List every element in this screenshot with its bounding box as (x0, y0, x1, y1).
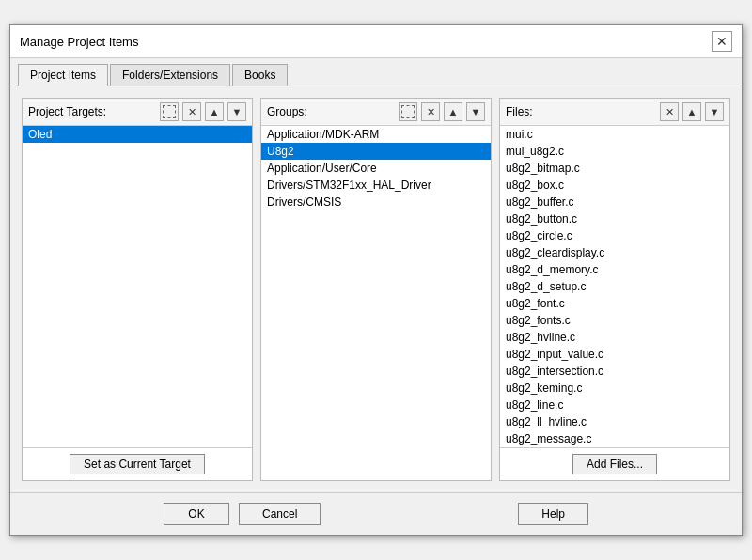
list-item[interactable]: u8g2_intersection.c (500, 363, 729, 380)
groups-label: Groups: (267, 105, 395, 118)
list-item[interactable]: u8g2_d_setup.c (500, 278, 729, 295)
groups-list[interactable]: Application/MDK-ARM U8g2 Application/Use… (261, 126, 491, 447)
list-item[interactable]: Application/MDK-ARM (261, 126, 491, 143)
cancel-button[interactable]: Cancel (239, 503, 321, 525)
project-targets-panel: Project Targets: ✕ ▲ ▼ Oled Set as Curre… (22, 98, 253, 481)
groups-delete-button[interactable]: ✕ (421, 102, 440, 121)
panels-container: Project Targets: ✕ ▲ ▼ Oled Set as Curre… (22, 98, 730, 481)
list-item[interactable]: Oled (23, 126, 252, 143)
list-item[interactable]: u8g2_circle.c (500, 227, 729, 244)
list-item[interactable]: u8g2_hvline.c (500, 329, 729, 346)
targets-header: Project Targets: ✕ ▲ ▼ (23, 99, 252, 126)
list-item[interactable]: u8g2_fonts.c (500, 312, 729, 329)
list-item[interactable]: u8g2_line.c (500, 397, 729, 413)
files-delete-button[interactable]: ✕ (660, 102, 679, 121)
files-list[interactable]: mui.c mui_u8g2.c u8g2_bitmap.c u8g2_box.… (500, 126, 729, 447)
list-item[interactable]: Application/User/Core (261, 160, 491, 177)
targets-new-button[interactable] (160, 102, 179, 121)
files-up-button[interactable]: ▲ (682, 102, 701, 121)
list-item[interactable]: u8g2_ll_hvline.c (500, 413, 729, 430)
groups-header: Groups: ✕ ▲ ▼ (261, 99, 491, 126)
help-button[interactable]: Help (518, 503, 588, 525)
list-item[interactable]: Drivers/STM32F1xx_HAL_Driver (261, 177, 491, 194)
files-panel: Files: ✕ ▲ ▼ mui.c mui_u8g2.c u8g2_bitma… (499, 98, 730, 481)
list-item[interactable]: u8g2_box.c (500, 177, 729, 194)
list-item[interactable]: u8g2_button.c (500, 210, 729, 227)
list-item[interactable]: u8g2_d_memory.c (500, 261, 729, 278)
targets-up-button[interactable]: ▲ (205, 102, 224, 121)
list-item[interactable]: Drivers/CMSIS (261, 194, 491, 210)
tab-folders-extensions[interactable]: Folders/Extensions (110, 64, 230, 86)
tab-books[interactable]: Books (232, 64, 288, 86)
list-item[interactable]: u8g2_cleardisplay.c (500, 244, 729, 261)
add-files-button[interactable]: Add Files... (572, 454, 657, 474)
dialog-footer: OK Cancel Help (10, 492, 742, 535)
main-content: Project Targets: ✕ ▲ ▼ Oled Set as Curre… (10, 86, 742, 492)
files-label: Files: (506, 105, 656, 118)
targets-footer: Set as Current Target (23, 447, 252, 480)
new-group-icon (401, 105, 415, 118)
list-item[interactable]: u8g2_input_value.c (500, 346, 729, 363)
new-target-icon (163, 105, 176, 118)
targets-delete-button[interactable]: ✕ (182, 102, 201, 121)
list-item[interactable]: mui.c (500, 126, 729, 143)
groups-up-button[interactable]: ▲ (444, 102, 462, 121)
list-item[interactable]: U8g2 (261, 143, 491, 160)
files-down-button[interactable]: ▼ (705, 102, 724, 121)
title-bar: Manage Project Items ✕ (10, 25, 742, 58)
targets-list[interactable]: Oled (23, 126, 252, 447)
list-item[interactable]: u8g2_bitmap.c (500, 160, 729, 177)
dialog-title: Manage Project Items (20, 35, 138, 49)
close-button[interactable]: ✕ (712, 31, 732, 52)
groups-new-button[interactable] (399, 102, 417, 121)
groups-panel: Groups: ✕ ▲ ▼ Application/MDK-ARM U8g2 A… (260, 98, 492, 481)
list-item[interactable]: u8g2_font.c (500, 295, 729, 312)
targets-label: Project Targets: (28, 105, 156, 118)
tab-project-items[interactable]: Project Items (18, 64, 108, 86)
files-header: Files: ✕ ▲ ▼ (500, 99, 729, 126)
manage-project-items-dialog: Manage Project Items ✕ Project Items Fol… (9, 24, 743, 536)
list-item[interactable]: u8g2_keming.c (500, 380, 729, 397)
files-footer: Add Files... (500, 447, 729, 480)
list-item[interactable]: mui_u8g2.c (500, 143, 729, 160)
tab-bar: Project Items Folders/Extensions Books (10, 58, 742, 86)
set-current-target-button[interactable]: Set as Current Target (70, 454, 205, 474)
targets-down-button[interactable]: ▼ (227, 102, 246, 121)
ok-button[interactable]: OK (164, 503, 229, 525)
groups-down-button[interactable]: ▼ (466, 102, 485, 121)
list-item[interactable]: u8g2_buffer.c (500, 194, 729, 210)
list-item[interactable]: u8g2_message.c (500, 430, 729, 447)
